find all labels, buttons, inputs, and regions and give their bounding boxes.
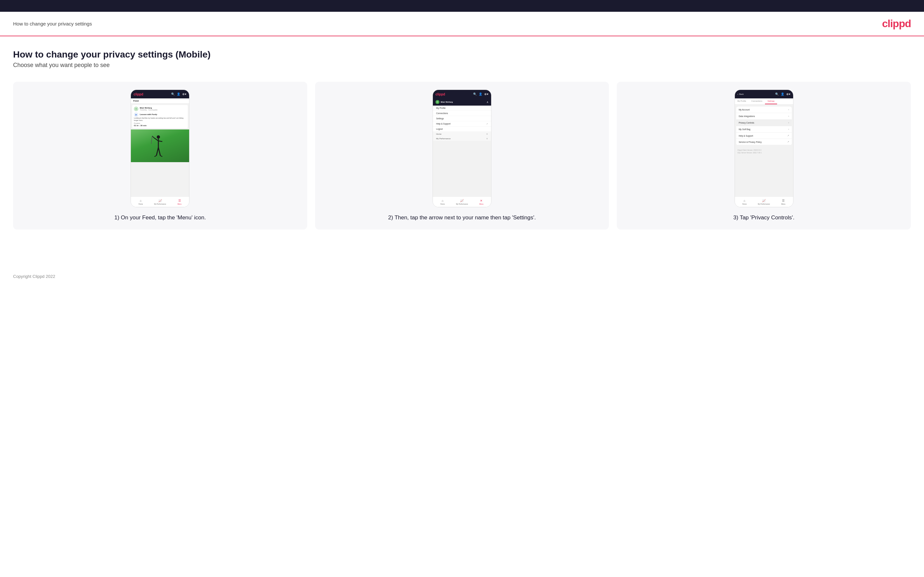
- back-button[interactable]: ‹ Back: [738, 93, 744, 96]
- close-icon: ✕: [480, 199, 483, 202]
- service-privacy-label: Service & Privacy Policy: [739, 141, 762, 143]
- version-line2: GQL Server Version: 2022.7.30-1: [738, 152, 790, 154]
- feed-avatar: B: [134, 106, 138, 111]
- menu-item-helpsupport[interactable]: Help & Support: [433, 121, 491, 127]
- settings-item-my-account[interactable]: My Account ›: [736, 106, 792, 113]
- phone3-back-bar: ‹ Back 🔍 👤 ⊕▾: [735, 90, 793, 98]
- feed-lesson-row: ▶ Lesson with Fordy: [134, 113, 186, 117]
- step-3-card: ‹ Back 🔍 👤 ⊕▾ My Profile Connections Set…: [617, 82, 911, 229]
- phone2-nav-icons: 🔍 👤 ⊕▾: [473, 92, 488, 96]
- search-icon-2: 🔍: [473, 92, 477, 96]
- tab-menu-3[interactable]: ☰ Menu: [774, 197, 793, 207]
- person-icon: 👤: [177, 92, 180, 96]
- copyright: Copyright Clippd 2022: [13, 274, 55, 279]
- steps-grid: clippd 🔍 👤 ⊕▾ Feed B Blair McHarg: [13, 82, 911, 229]
- home-icon-2: ⌂: [442, 199, 443, 202]
- tab-menu-1[interactable]: ☰ Menu: [170, 197, 189, 207]
- menu-user-avatar: B: [436, 100, 439, 104]
- help-support-label: Help & Support: [739, 135, 753, 137]
- tab-menu-label: Menu: [177, 203, 182, 205]
- settings-item-data-integrations[interactable]: Data Integrations ›: [736, 113, 792, 120]
- menu-item-connections[interactable]: Connections: [433, 111, 491, 116]
- menu-icon: ☰: [178, 199, 181, 202]
- tab-my-profile[interactable]: My Profile: [735, 98, 749, 104]
- feed-date: Yesterday · Sunningdale: [140, 109, 157, 111]
- duration-label: Duration: [134, 122, 186, 124]
- home-chevron-icon: ∨: [486, 133, 488, 135]
- tab-performance-label: My Performance: [154, 203, 166, 205]
- phone-2-mockup: clippd 🔍 👤 ⊕▾ B Blair McHarg: [433, 90, 491, 207]
- tab-performance-1: 📈 My Performance: [150, 197, 170, 207]
- tab2-home-label: Home: [440, 203, 445, 205]
- settings-item-service-privacy[interactable]: Service & Privacy Policy ↗: [736, 139, 792, 145]
- step-3-caption: 3) Tap 'Privacy Controls'.: [733, 214, 795, 222]
- tab2-performance: 📈 My Performance: [452, 197, 472, 207]
- phone2-nav-bar: clippd 🔍 👤 ⊕▾: [433, 90, 491, 98]
- header-title: How to change your privacy settings: [13, 21, 92, 26]
- tab-settings[interactable]: Settings: [765, 98, 777, 104]
- privacy-controls-chevron: ›: [788, 121, 789, 124]
- page-subtitle: Choose what you want people to see: [13, 62, 911, 69]
- tab-home-3: ⌂ Home: [735, 197, 754, 207]
- performance-chevron-icon: ∨: [486, 137, 488, 140]
- menu-section-performance[interactable]: My Performance ∨: [433, 136, 491, 141]
- phone1-logo: clippd: [134, 92, 143, 96]
- menu-user-name: Blair McHarg: [441, 101, 453, 103]
- menu-user-row: B Blair McHarg ∧: [433, 98, 491, 106]
- data-integrations-chevron: ›: [788, 115, 789, 118]
- menu-section-home[interactable]: Home ∨: [433, 132, 491, 136]
- lesson-title: Lesson with Fordy: [140, 113, 157, 115]
- tab-performance-label-3: My Performance: [758, 203, 770, 205]
- settings-item-privacy-controls[interactable]: Privacy Controls ›: [736, 120, 792, 126]
- phone-1-mockup: clippd 🔍 👤 ⊕▾ Feed B Blair McHarg: [131, 90, 189, 207]
- footer: Copyright Clippd 2022: [0, 269, 924, 284]
- phone2-bottom-bar: ⌂ Home 📈 My Performance ✕ Menu: [433, 197, 491, 207]
- svg-line-9: [151, 136, 152, 144]
- svg-line-7: [154, 156, 157, 156]
- menu-icon-3: ☰: [782, 199, 785, 202]
- header: How to change your privacy settings clip…: [0, 12, 924, 36]
- performance-icon-2: 📈: [460, 199, 464, 202]
- menu-item-myprofile[interactable]: My Profile: [433, 106, 491, 111]
- my-golf-bag-label: My Golf Bag: [739, 128, 751, 131]
- menu-item-logout[interactable]: Logout: [433, 127, 491, 132]
- settings-item-my-golf-bag[interactable]: My Golf Bag ›: [736, 126, 792, 133]
- tab-performance-3: 📈 My Performance: [754, 197, 774, 207]
- menu-item-settings[interactable]: Settings: [433, 116, 491, 121]
- person-icon-3: 👤: [781, 92, 784, 96]
- feed-label: Feed: [131, 98, 189, 104]
- svg-line-3: [152, 136, 154, 138]
- tab-home-1: ⌂ Home: [131, 197, 150, 207]
- settings-item-help-support[interactable]: Help & Support ↗: [736, 133, 792, 139]
- version-line1: Clippd Client Version: 2022.8.3-3: [738, 149, 790, 152]
- tab2-close[interactable]: ✕ Menu: [472, 197, 491, 207]
- menu-section-performance-label: My Performance: [436, 138, 451, 140]
- menu-section-home-label: Home: [436, 133, 441, 135]
- help-support-ext-icon: ↗: [787, 134, 789, 137]
- version-info: Clippd Client Version: 2022.8.3-3 GQL Se…: [735, 147, 793, 156]
- privacy-controls-label: Privacy Controls: [739, 122, 754, 124]
- svg-line-6: [158, 147, 160, 156]
- phone2-logo: clippd: [436, 92, 445, 96]
- search-icon-3: 🔍: [775, 92, 779, 96]
- step-1-card: clippd 🔍 👤 ⊕▾ Feed B Blair McHarg: [13, 82, 307, 229]
- phone1-feed: Feed B Blair McHarg Yesterday · Sunningd…: [131, 98, 189, 197]
- logo: clippd: [882, 18, 911, 30]
- tab-connections[interactable]: Connections: [749, 98, 765, 104]
- tab2-performance-label: My Performance: [456, 203, 468, 205]
- search-icon: 🔍: [171, 92, 175, 96]
- menu-user-left: B Blair McHarg: [436, 100, 453, 104]
- person-icon-2: 👤: [479, 92, 482, 96]
- data-integrations-label: Data Integrations: [739, 115, 755, 118]
- performance-icon: 📈: [158, 199, 162, 202]
- phone1-nav-icons: 🔍 👤 ⊕▾: [171, 92, 186, 96]
- tab2-home: ⌂ Home: [433, 197, 452, 207]
- menu-chevron-up[interactable]: ∧: [486, 101, 488, 104]
- phone1-nav-bar: clippd 🔍 👤 ⊕▾: [131, 90, 189, 98]
- tab2-menu-label: Menu: [479, 203, 484, 205]
- settings-icon: ⊕▾: [182, 92, 186, 96]
- svg-line-8: [160, 156, 162, 156]
- tab-home-label-3: Home: [742, 203, 747, 205]
- step-2-caption: 2) Then, tap the arrow next to your name…: [388, 214, 536, 222]
- main-content: How to change your privacy settings (Mob…: [0, 36, 924, 269]
